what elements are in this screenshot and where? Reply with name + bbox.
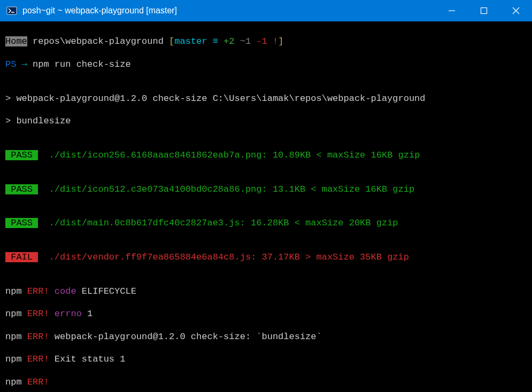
svg-rect-0 [7,7,17,14]
npm-error-line: npm ERR! webpack-playground@1.2.0 check-… [5,331,527,342]
prompt-line: Home repos\webpack-playground [master ≡ … [5,36,527,47]
window-controls [436,0,532,21]
script-header: > bundlesize [5,115,527,127]
pass-badge: PASS [5,150,38,160]
npm-error-line: npm ERR! Exit status 1 [5,354,527,365]
command-line: PS → npm run check-size [5,59,527,70]
terminal-window: posh~git ~ webpack-playground [master] H… [0,0,532,392]
pass-badge: PASS [5,218,38,228]
npm-error-line: npm ERR! code ELIFECYCLE [5,286,527,297]
bundlesize-result: FAIL ./dist/vendor.ff9f7ea865884e6a84c8.… [5,252,527,263]
minimize-button[interactable] [436,0,468,21]
terminal-body[interactable]: Home repos\webpack-playground [master ≡ … [0,21,532,392]
window-title: posh~git ~ webpack-playground [master] [22,6,436,15]
titlebar[interactable]: posh~git ~ webpack-playground [master] [0,0,532,21]
pass-badge: PASS [5,184,38,194]
npm-error-line: npm ERR! [5,377,527,388]
close-button[interactable] [500,0,532,21]
svg-rect-2 [481,8,487,14]
script-header: > webpack-playground@1.2.0 check-size C:… [5,93,527,104]
bundlesize-result: PASS ./dist/main.0c8b617dfc40c2827ae3.js… [5,217,527,229]
home-segment: Home [5,36,27,46]
powershell-icon [6,5,17,16]
fail-badge: FAIL [5,252,38,262]
bundlesize-result: PASS ./dist/icon512.c3e073a4100bd0c28a86… [5,184,527,195]
bundlesize-result: PASS ./dist/icon256.6168aaac8461862eab7a… [5,150,527,161]
maximize-button[interactable] [468,0,500,21]
npm-error-line: npm ERR! errno 1 [5,308,527,319]
